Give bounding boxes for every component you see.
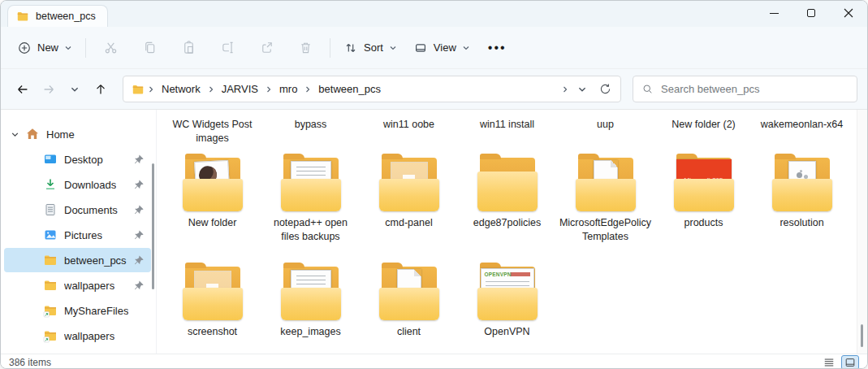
folder-label: notepad++ open files backups	[265, 216, 357, 244]
sidebar-item[interactable]: Downloads	[4, 172, 151, 197]
sidebar-scrollbar[interactable]	[152, 163, 154, 289]
folder-label: keep_images	[280, 325, 340, 339]
close-button[interactable]	[830, 1, 867, 25]
folder-item[interactable]: WC Widgets Post images	[163, 118, 261, 145]
sort-button[interactable]: Sort	[335, 33, 405, 63]
sidebar-item[interactable]: Desktop	[4, 147, 151, 171]
recent-locations-button[interactable]	[63, 77, 87, 102]
sidebar-item[interactable]: MyShareFiles	[4, 298, 151, 323]
scissors-icon	[103, 40, 119, 55]
folder-item[interactable]: wakemeonlan-x64	[753, 118, 851, 145]
address-dropdown-button[interactable]	[572, 79, 593, 100]
folder-icon	[132, 83, 145, 96]
list-view-icon	[823, 357, 835, 368]
sidebar-item[interactable]: Pictures	[4, 223, 151, 247]
navigation-bar: Network JARVIS mro between_pcs	[1, 69, 867, 110]
sidebar-item-label: Documents	[64, 204, 118, 216]
view-icon	[413, 41, 428, 55]
sidebar-item-label: Desktop	[64, 154, 103, 166]
folder-label: resolution	[779, 216, 823, 230]
sidebar-item-label: between_pcs	[64, 254, 127, 267]
view-button-label: View	[434, 41, 456, 54]
titlebar[interactable]: between_pcs	[1, 1, 867, 27]
toolbar-divider	[85, 38, 86, 58]
copy-button[interactable]	[130, 33, 169, 63]
paste-button[interactable]	[169, 33, 208, 63]
plus-circle-icon	[17, 41, 32, 55]
sidebar-item-label: wallpapers	[64, 330, 114, 342]
breadcrumb-segment[interactable]: mro	[264, 80, 303, 98]
folder-item[interactable]: resolution	[753, 154, 851, 253]
sidebar-item[interactable]: between_pcs	[4, 248, 151, 272]
folder-item[interactable]: win11 oobe	[360, 118, 458, 145]
chevron-down-icon	[389, 44, 397, 52]
folder-item[interactable]: screenshot	[163, 263, 261, 354]
folder-icon: OPENVPN	[473, 263, 542, 323]
breadcrumb-segment[interactable]: JARVIS	[206, 80, 264, 98]
folder-item[interactable]: Microsoft 365 products	[654, 154, 753, 253]
folder-item[interactable]: cmd-panel	[360, 154, 458, 253]
folder-label: MicrosoftEdgePolicyTemplates	[559, 216, 652, 244]
folder-item[interactable]: OPENVPN OpenVPN	[458, 263, 556, 354]
breadcrumb-segment[interactable]: Network	[146, 80, 206, 98]
minimize-button[interactable]	[755, 1, 792, 25]
forward-button[interactable]	[37, 77, 61, 102]
folder-icon	[179, 263, 247, 323]
more-options-button[interactable]: •••	[478, 41, 516, 55]
arrow-left-icon	[15, 82, 30, 97]
folder-shortcut-icon	[43, 303, 58, 318]
folder-icon	[277, 263, 345, 323]
new-button[interactable]: New	[9, 33, 80, 63]
folder-item[interactable]: New folder (2)	[654, 118, 753, 145]
folder-item[interactable]: notepad++ open files backups	[261, 154, 360, 253]
folder-item[interactable]: MicrosoftEdgePolicyTemplates	[556, 154, 654, 253]
search-icon	[641, 83, 654, 95]
chevron-right-icon	[207, 85, 215, 93]
sidebar-item-icon	[43, 278, 58, 293]
expander-chevron-icon[interactable]	[11, 130, 24, 139]
details-view-button[interactable]	[820, 355, 838, 369]
search-input[interactable]	[661, 83, 849, 95]
content-scrollbar-thumb[interactable]	[861, 324, 863, 347]
cut-button[interactable]	[91, 33, 130, 63]
breadcrumb: Network JARVIS mro between_pcs	[146, 80, 559, 98]
folder-item[interactable]: client	[360, 263, 458, 354]
sidebar-item[interactable]: Documents	[4, 198, 151, 222]
explorer-tab[interactable]: between_pcs	[7, 5, 108, 27]
sidebar-item-label: Downloads	[64, 179, 116, 191]
maximize-button[interactable]	[792, 1, 830, 25]
view-button[interactable]: View	[405, 33, 478, 63]
share-button[interactable]	[247, 33, 286, 63]
delete-button[interactable]	[286, 33, 325, 63]
sidebar-item[interactable]: Home	[4, 122, 151, 146]
large-icons-view-button[interactable]	[841, 355, 859, 369]
rename-button[interactable]	[208, 33, 247, 63]
content-scrollbar-track[interactable]	[857, 110, 867, 354]
folder-item[interactable]: uup	[556, 118, 654, 145]
up-button[interactable]	[89, 77, 113, 102]
search-box[interactable]	[633, 76, 857, 102]
folder-item[interactable]: keep_images	[261, 263, 360, 354]
folder-item[interactable]: New folder	[163, 154, 261, 253]
sort-icon	[343, 41, 358, 55]
breadcrumb-segment[interactable]: between_pcs	[303, 80, 386, 98]
sidebar-item-label: Pictures	[64, 229, 102, 241]
breadcrumb-label: JARVIS	[216, 80, 264, 98]
minimize-icon	[770, 13, 779, 14]
sidebar-item[interactable]: wallpapers	[4, 323, 151, 348]
chevron-down-icon	[462, 44, 470, 52]
chevron-right-icon	[561, 85, 569, 93]
folder-label: win11 install	[480, 118, 534, 132]
folder-label: New folder (2)	[672, 118, 736, 132]
sidebar-item[interactable]: wallpapers	[4, 273, 151, 297]
sidebar-item-icon	[43, 228, 58, 242]
back-button[interactable]	[11, 77, 35, 102]
sidebar-item-label: MyShareFiles	[64, 305, 128, 317]
sidebar-item-icon	[43, 303, 58, 318]
address-bar[interactable]: Network JARVIS mro between_pcs	[123, 76, 621, 102]
folder-item[interactable]: bypass	[261, 118, 360, 145]
refresh-button[interactable]	[594, 79, 615, 100]
folder-item[interactable]: win11 install	[458, 118, 556, 145]
folder-item[interactable]: edge87policies	[458, 154, 556, 253]
navigation-pane: Home	[1, 110, 157, 354]
